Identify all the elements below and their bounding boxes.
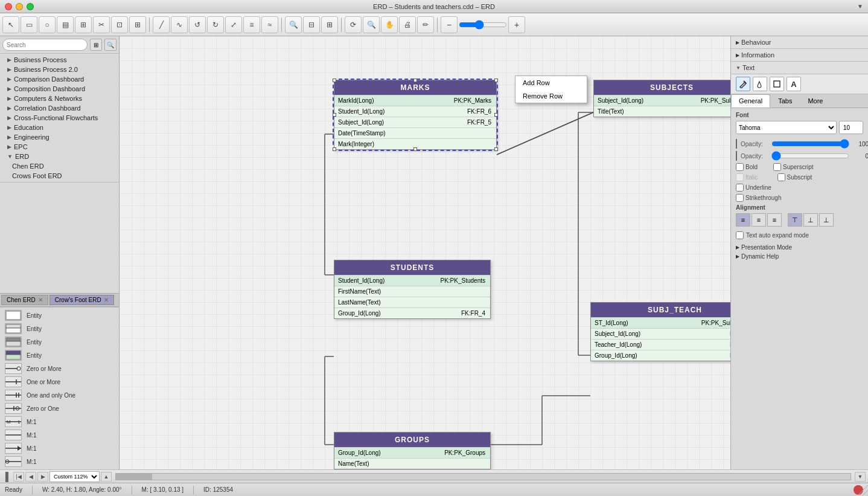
line-tool-btn[interactable]: ╱ <box>153 16 170 33</box>
sidebar-item-epc[interactable]: ▶EPC <box>0 142 119 152</box>
table-subjects[interactable]: SUBJECTS Subject_Id(Long) PK:PK_Subjects… <box>593 80 730 117</box>
table-row[interactable]: Group_Id(Long) FK:FR_1 <box>591 350 730 361</box>
handle-tm[interactable] <box>413 79 417 82</box>
sidebar-item-erd[interactable]: ▼ERD <box>0 152 119 161</box>
align-middle-btn[interactable]: ⊥ <box>803 213 818 227</box>
collapse-button[interactable]: ▼ <box>857 3 863 10</box>
undo-btn[interactable]: ↺ <box>189 16 206 33</box>
shape-entity-1[interactable]: Entity <box>0 309 119 322</box>
sidebar-item-comparison[interactable]: ▶Comparison Dashboard <box>0 74 119 84</box>
sidebar-item-chen-erd[interactable]: Chen ERD <box>0 161 119 171</box>
auto-expand-checkbox[interactable] <box>736 231 744 239</box>
sidebar-tree[interactable]: ▶Business Process ▶Business Process 2.0 … <box>0 54 119 293</box>
shape-zero-more[interactable]: Zero or More <box>0 362 119 375</box>
maximize-button[interactable] <box>27 3 34 10</box>
zoom-slider[interactable] <box>459 20 507 30</box>
extra-tool-btn[interactable]: ⊞ <box>129 16 146 33</box>
brush-tool-btn[interactable] <box>736 77 750 91</box>
handle-bm[interactable] <box>413 147 417 151</box>
zoom-plus-btn[interactable]: + <box>508 16 525 33</box>
minimize-button[interactable] <box>16 3 23 10</box>
color-swatch-1[interactable] <box>736 139 737 149</box>
italic-checkbox[interactable]: Italic <box>736 173 758 181</box>
curve-tool-btn[interactable]: ∿ <box>171 16 188 33</box>
table-tool-btn[interactable]: ▤ <box>57 16 74 33</box>
handle-mr[interactable] <box>494 113 498 117</box>
scroll-thumb-h[interactable] <box>116 474 152 480</box>
canvas-area[interactable]: MARKS MarkId(Long) PK:PK_Marks Student_I… <box>120 36 730 469</box>
nav-next-btn[interactable]: ▶ <box>37 472 48 482</box>
table-row[interactable]: Subject_Id(Long) FK:FR_3 <box>591 328 730 339</box>
print-btn[interactable]: 🖨 <box>399 16 416 33</box>
align-center-btn[interactable]: ≡ <box>752 213 766 227</box>
sidebar-item-correlation[interactable]: ▶Correlation Dashboard <box>0 103 119 113</box>
ellipse-tool-btn[interactable]: ○ <box>39 16 56 33</box>
table-row[interactable]: MarkId(Long) PK:PK_Marks <box>334 95 496 106</box>
opacity-slider-2[interactable] <box>771 151 849 161</box>
context-menu-remove-row[interactable]: Remove Row <box>515 89 587 103</box>
zoom-minus-btn[interactable]: − <box>441 16 458 33</box>
align-left-btn[interactable]: ≡ <box>736 213 750 227</box>
shape-one-more[interactable]: One or More <box>0 375 119 388</box>
table-row[interactable]: Subject_Id(Long) PK:PK_Subjects <box>594 95 730 106</box>
table-groups[interactable]: GROUPS Group_Id(Long) PK:PK_Groups Name(… <box>334 432 491 469</box>
shape-entity-2[interactable]: Entity <box>0 322 119 335</box>
table-subj-teach[interactable]: SUBJ_TEACH ST_Id(Long) PK:PK_Subj_Teach … <box>590 302 730 361</box>
table-students[interactable]: STUDENTS Student_Id(Long) PK:PK_Students… <box>334 260 491 319</box>
shape-tool-btn[interactable] <box>770 77 784 91</box>
sidebar-item-computers[interactable]: ▶Computers & Networks <box>0 94 119 103</box>
strikethrough-checkbox[interactable]: Strikethrough <box>736 194 781 202</box>
bucket-tool-btn[interactable] <box>753 77 767 91</box>
presentation-mode-link[interactable]: ▶ Presentation Mode <box>736 243 863 252</box>
handle-br[interactable] <box>494 147 498 151</box>
nav-toggle-btn[interactable]: ▐ <box>2 472 12 482</box>
information-section[interactable]: ▶ Information <box>736 51 774 59</box>
subscript-checkbox[interactable]: Subscript <box>777 173 812 181</box>
sidebar-item-engineering[interactable]: ▶Engineering <box>0 132 119 142</box>
bold-checkbox[interactable]: Bold <box>736 163 758 171</box>
table-row[interactable]: FirstName(Text) <box>334 286 490 297</box>
view-btn[interactable]: ⊞ <box>321 16 338 33</box>
text-section[interactable]: ▼ Text <box>736 64 755 71</box>
nav-first-btn[interactable]: |◀ <box>13 472 24 482</box>
color-swatch-2[interactable] <box>736 151 737 161</box>
image-tool-btn[interactable]: ⊞ <box>75 16 92 33</box>
handle-tr[interactable] <box>494 79 498 82</box>
table-row[interactable]: Student_Id(Long) FK:FR_6 <box>334 106 496 117</box>
refresh-btn[interactable]: ⟳ <box>345 16 362 33</box>
search-btn-sidebar[interactable]: 🔍 <box>104 39 116 51</box>
zoom-out-btn[interactable]: 🔍 <box>363 16 380 33</box>
more-tools-btn[interactable]: ⊡ <box>111 16 128 33</box>
tab-tabs[interactable]: Tabs <box>770 94 800 108</box>
tool-extra1[interactable]: ≡ <box>243 16 260 33</box>
table-row[interactable]: Date(TimeStamp) <box>334 127 496 138</box>
table-row[interactable]: Group_Id(Long) PK:PK_Groups <box>334 447 490 458</box>
crop-tool-btn[interactable]: ✂ <box>93 16 110 33</box>
table-row[interactable]: Name(Text) <box>334 458 490 469</box>
tab-crows-foot-erd[interactable]: Crow's Foot ERD ✕ <box>49 295 114 305</box>
tool-extra2[interactable]: ≈ <box>261 16 278 33</box>
table-row[interactable]: Title(Text) <box>594 106 730 117</box>
table-row[interactable]: LastName(Text) <box>334 297 490 308</box>
redo-btn[interactable]: ↻ <box>207 16 224 33</box>
rect-tool-btn[interactable]: ▭ <box>21 16 37 33</box>
font-size-input[interactable] <box>839 121 863 134</box>
superscript-checkbox[interactable]: Superscript <box>773 163 814 171</box>
scroll-track-h[interactable] <box>115 473 851 480</box>
filter-btn[interactable]: ⊟ <box>303 16 320 33</box>
text-tool-btn[interactable]: A <box>787 77 801 91</box>
table-row[interactable]: Student_Id(Long) PK:PK_Students <box>334 275 490 286</box>
shape-m1-2[interactable]: M:1 <box>0 428 119 442</box>
search-input[interactable] <box>2 39 88 51</box>
table-row[interactable]: Group_Id(Long) FK:FR_4 <box>334 308 490 318</box>
resize-handle[interactable] <box>858 485 868 496</box>
shape-m1-4[interactable]: M:1 <box>0 455 119 468</box>
grid-view-btn[interactable]: ⊞ <box>90 39 102 51</box>
sidebar-item-business-process-2[interactable]: ▶Business Process 2.0 <box>0 65 119 74</box>
opacity-slider-1[interactable] <box>771 139 849 149</box>
table-row[interactable]: Teacher_Id(Long) FK:FR_2 <box>591 339 730 350</box>
select-tool-btn[interactable]: ↖ <box>2 16 19 33</box>
table-row[interactable]: Subject_Id(Long) FK:FR_5 <box>334 117 496 127</box>
sidebar-item-crows-foot-erd[interactable]: Crows Foot ERD <box>0 171 119 181</box>
align-top-btn[interactable]: ⊤ <box>788 213 802 227</box>
